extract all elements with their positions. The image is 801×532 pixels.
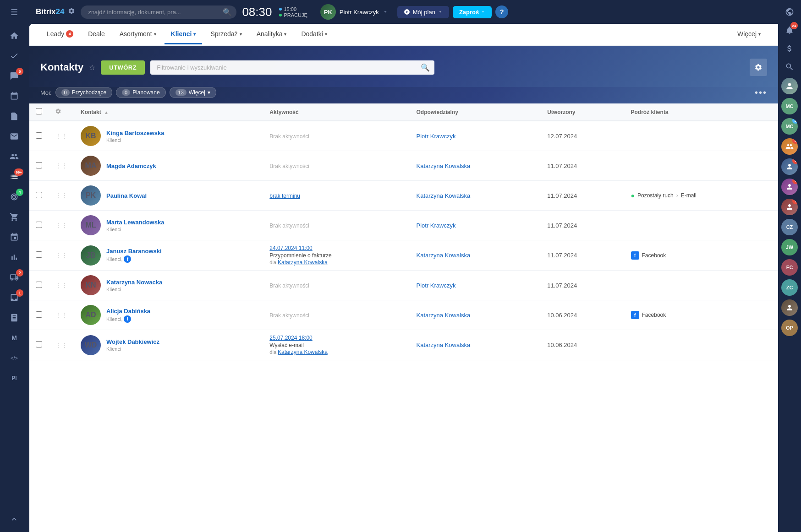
- drag-handle[interactable]: ⋮⋮: [55, 162, 68, 169]
- sidebar-item-delivery[interactable]: 2: [4, 268, 24, 287]
- sidebar-item-code[interactable]: </>: [4, 349, 24, 367]
- contact-name[interactable]: Katarzyna Nowacka: [106, 279, 162, 286]
- contact-name[interactable]: Wojtek Dabkiewicz: [106, 338, 159, 345]
- right-dollar-icon[interactable]: [781, 40, 798, 57]
- sidebar-item-cart[interactable]: [4, 208, 24, 226]
- activity-date-link[interactable]: 24.07.2024 11:00: [269, 245, 403, 251]
- select-all-checkbox[interactable]: [36, 108, 42, 114]
- drag-handle[interactable]: ⋮⋮: [55, 132, 68, 140]
- sidebar-item-target[interactable]: 4: [4, 188, 24, 206]
- nav-settings-icon[interactable]: [68, 7, 75, 16]
- sidebar-item-contacts[interactable]: [4, 147, 24, 166]
- responsible-name[interactable]: Katarzyna Kowalska: [417, 312, 471, 319]
- contact-name[interactable]: Paulina Kowal: [106, 192, 147, 199]
- create-button[interactable]: UTWÓRZ: [101, 60, 145, 75]
- filter-search-bar[interactable]: 🔍: [150, 60, 434, 75]
- sidebar-item-pi[interactable]: PI: [4, 369, 24, 387]
- right-search-icon[interactable]: [781, 59, 798, 75]
- th-kontakt[interactable]: Kontakt ▲: [74, 103, 263, 121]
- filter-chip-wiecej[interactable]: 13 Więcej ▾: [170, 87, 216, 98]
- contact-name[interactable]: Magda Adamczyk: [106, 163, 156, 169]
- row-checkbox-2[interactable]: [36, 162, 42, 168]
- sidebar-item-home[interactable]: [4, 27, 24, 45]
- sidebar-item-email[interactable]: [4, 127, 24, 146]
- activity-for-link[interactable]: Katarzyna Kowalska: [278, 259, 328, 266]
- activity-link[interactable]: brak terminu: [269, 193, 300, 199]
- contact-name[interactable]: Janusz Baranowski: [106, 248, 162, 255]
- sidebar-item-inbox[interactable]: 1: [4, 288, 24, 307]
- subnav-sprzedaz[interactable]: Sprzedaż ▾: [204, 25, 248, 44]
- favorite-star-icon[interactable]: ☆: [89, 63, 95, 72]
- sidebar-item-logo-m[interactable]: M: [4, 329, 24, 347]
- sidebar-item-book[interactable]: [4, 309, 24, 327]
- responsible-name[interactable]: Katarzyna Kowalska: [417, 342, 471, 348]
- right-avatar-mc1[interactable]: MC: [781, 98, 798, 114]
- row-checkbox-1[interactable]: [36, 132, 42, 139]
- right-avatar-fc[interactable]: FC: [781, 259, 798, 276]
- subnav-dodatki[interactable]: Dodatki ▾: [295, 25, 333, 44]
- drag-handle[interactable]: ⋮⋮: [55, 342, 68, 349]
- sidebar-item-chat[interactable]: 5: [4, 67, 24, 85]
- invite-button[interactable]: Zaproś: [453, 6, 492, 18]
- drag-handle[interactable]: ⋮⋮: [55, 311, 68, 319]
- table-settings-button[interactable]: [750, 59, 767, 76]
- subnav-deale[interactable]: Deale: [82, 25, 111, 44]
- user-name[interactable]: Piotr Krawczyk: [340, 9, 379, 16]
- responsible-name[interactable]: Piotr Krawczyk: [417, 133, 456, 140]
- right-avatar-user1[interactable]: [781, 78, 798, 94]
- right-avatar-jw[interactable]: JW: [781, 239, 798, 255]
- user-avatar[interactable]: PK: [320, 4, 336, 20]
- top-search-bar[interactable]: 🔍: [81, 5, 236, 19]
- subnav-leady[interactable]: Leady 4: [40, 25, 80, 44]
- contact-name[interactable]: Kinga Bartoszewska: [106, 130, 164, 136]
- activity-for-link[interactable]: Katarzyna Kowalska: [278, 349, 328, 355]
- subnav-klienci[interactable]: Klienci ▾: [165, 25, 203, 44]
- right-avatar-op[interactable]: OP: [781, 320, 798, 336]
- th-settings-icon[interactable]: [55, 108, 61, 114]
- sidebar-item-collapse[interactable]: [4, 510, 24, 528]
- responsible-name[interactable]: Katarzyna Kowalska: [417, 192, 471, 199]
- right-avatar-users-group[interactable]: 4: [781, 138, 798, 155]
- row-checkbox-4[interactable]: [36, 222, 42, 228]
- right-globe-icon[interactable]: [781, 4, 798, 20]
- responsible-name[interactable]: Katarzyna Kowalska: [417, 252, 471, 259]
- subnav-asortyment[interactable]: Asortyment ▾: [113, 25, 163, 44]
- row-checkbox-7[interactable]: [36, 311, 42, 318]
- sidebar-item-calendar[interactable]: [4, 87, 24, 105]
- hamburger-menu[interactable]: ☰: [11, 7, 18, 17]
- my-plan-button[interactable]: Mój plan: [397, 6, 449, 18]
- right-bell-icon[interactable]: 24: [781, 22, 798, 38]
- right-avatar-person2[interactable]: 1: [781, 179, 798, 195]
- sidebar-item-tasks[interactable]: [4, 47, 24, 65]
- drag-handle[interactable]: ⋮⋮: [55, 192, 68, 199]
- filter-input[interactable]: [150, 60, 434, 75]
- search-input[interactable]: [81, 5, 236, 19]
- activity-date-link[interactable]: 25.07.2024 18:00: [269, 335, 403, 341]
- row-checkbox-8[interactable]: [36, 341, 42, 347]
- more-options-button[interactable]: •••: [755, 87, 767, 98]
- sidebar-item-documents[interactable]: [4, 107, 24, 125]
- sidebar-item-analytics[interactable]: [4, 248, 24, 266]
- drag-handle[interactable]: ⋮⋮: [55, 222, 68, 229]
- row-checkbox-6[interactable]: [36, 282, 42, 288]
- row-checkbox-5[interactable]: [36, 251, 42, 258]
- subnav-analityka[interactable]: Analityka ▾: [250, 25, 293, 44]
- right-avatar-cz[interactable]: CZ: [781, 219, 798, 235]
- right-avatar-person4[interactable]: [781, 299, 798, 316]
- drag-handle[interactable]: ⋮⋮: [55, 282, 68, 289]
- sidebar-item-checklist[interactable]: 99+: [4, 168, 24, 186]
- right-avatar-mc2[interactable]: MC 2: [781, 118, 798, 135]
- filter-chip-przychodzace[interactable]: 0 Przychodzące: [55, 87, 113, 98]
- right-avatar-person3[interactable]: 1: [781, 199, 798, 215]
- subnav-wiecej[interactable]: Więcej ▾: [731, 25, 767, 44]
- responsible-name[interactable]: Piotr Krawczyk: [417, 222, 456, 229]
- contact-name[interactable]: Alicja Dabińska: [106, 308, 150, 315]
- responsible-name[interactable]: Piotr Krawczyk: [417, 282, 456, 289]
- sidebar-item-notepad[interactable]: [4, 228, 24, 246]
- contact-name[interactable]: Marta Lewandowska: [106, 219, 164, 226]
- row-checkbox-3[interactable]: [36, 192, 42, 198]
- drag-handle[interactable]: ⋮⋮: [55, 252, 68, 259]
- right-avatar-zc[interactable]: ZC: [781, 279, 798, 296]
- right-avatar-person1[interactable]: 1: [781, 158, 798, 175]
- responsible-name[interactable]: Katarzyna Kowalska: [417, 163, 471, 169]
